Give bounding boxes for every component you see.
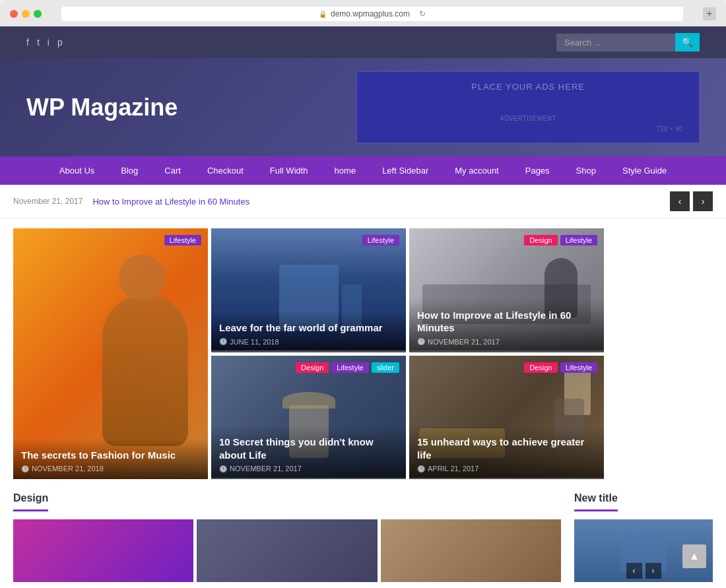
ticker-next-button[interactable]: › [693,191,713,211]
minimize-dot[interactable] [22,10,30,18]
nav-item-checkout[interactable]: Checkout [194,156,257,185]
url-text: demo.wpmagplus.com [331,9,410,18]
search-button[interactable]: 🔍 [675,33,700,51]
nav-item-style-guide[interactable]: Style Guide [609,156,680,185]
design-thumb-1[interactable] [13,519,193,582]
design-thumb-2[interactable] [197,519,377,582]
nav-item-home[interactable]: home [321,156,370,185]
article-card-5[interactable]: Design Lifestyle 15 unheard ways to achi… [409,356,604,480]
nav-item-cart[interactable]: Cart [151,156,194,185]
card-3-title: How to Improve at Lifestyle in 60 Minute… [417,309,596,335]
card-1-tags: Lifestyle [164,235,201,245]
nav-item-full-width[interactable]: Full Width [257,156,321,185]
article-card-2[interactable]: Lifestyle Leave for the far world of gra… [211,228,406,352]
article-card-4[interactable]: Design Lifestyle slider 10 Secret things… [211,356,406,480]
news-ticker: November 21, 2017 How to Improve at Life… [0,185,726,218]
card-2-title: Leave for the far world of grammar [219,321,398,335]
new-title-section: New title ‹ › [574,492,713,582]
card-3-overlay: How to Improve at Lifestyle in 60 Minute… [409,299,604,352]
clock-icon-4: 🕐 [219,465,227,473]
tag-design-3[interactable]: Design [524,235,557,245]
scroll-to-top-button[interactable]: ▲ [682,544,706,568]
clock-icon-2: 🕐 [219,338,227,345]
nav-item-shop[interactable]: Shop [563,156,609,185]
social-icons: f t i p [26,37,63,48]
tag-design-5[interactable]: Design [524,362,557,373]
refresh-icon[interactable]: ↻ [419,9,426,18]
article-card-1[interactable]: Lifestyle The secrets to Fashion for Mus… [13,228,208,479]
nav-item-pages[interactable]: Pages [512,156,563,185]
nav-item-blog[interactable]: Blog [108,156,151,185]
new-title-prev-button[interactable]: ‹ [626,563,642,579]
card-1-overlay: The secrets to Fashion for Music 🕐 NOVEM… [13,439,208,480]
tag-lifestyle-3[interactable]: Lifestyle [560,235,597,245]
card-3-date: 🕐 NOVEMBER 21, 2017 [417,338,596,346]
new-title-heading: New title [574,492,618,511]
card-5-tags: Design Lifestyle [524,362,597,373]
card-1-date: 🕐 NOVEMBER 21, 2018 [21,465,200,473]
tag-slider-4[interactable]: slider [372,362,399,373]
nav-item-my-account[interactable]: My account [442,156,512,185]
new-tab-button[interactable]: + [703,7,716,20]
ad-banner: PLACE YOUR ADS HERE ADVERTISEMENT 728 × … [356,71,700,143]
header: WP Magazine PLACE YOUR ADS HERE ADVERTIS… [0,58,726,156]
maximize-dot[interactable] [34,10,42,18]
clock-icon-5: 🕐 [417,465,425,473]
browser-chrome: 🔒 demo.wpmagplus.com ↻ + [0,0,726,26]
tag-lifestyle-4[interactable]: Lifestyle [331,362,368,373]
card-2-date: 🕐 JUNE 11, 2018 [219,338,398,346]
design-thumb-3[interactable] [381,519,561,582]
tag-lifestyle[interactable]: Lifestyle [164,235,201,245]
tag-lifestyle-2[interactable]: Lifestyle [362,235,399,245]
clock-icon: 🕐 [21,465,29,473]
main-nav: About Us Blog Cart Checkout Full Width h… [0,156,726,185]
bottom-sections: Design New title [13,492,713,588]
nav-item-left-sidebar[interactable]: Left Sidebar [369,156,442,185]
url-bar[interactable]: 🔒 demo.wpmagplus.com ↻ [61,7,683,21]
card-4-title: 10 Secret things you didn't know about L… [219,436,398,461]
ticker-prev-button[interactable]: ‹ [670,191,690,211]
ad-text: PLACE YOUR ADS HERE [374,82,682,92]
card-4-tags: Design Lifestyle slider [296,362,399,373]
ticker-navigation: ‹ › [670,191,713,211]
main-content: Lifestyle The secrets to Fashion for Mus… [0,218,726,588]
article-card-3[interactable]: Design Lifestyle How to Improve at Lifes… [409,228,604,352]
card-5-date: 🕐 APRIL 21, 2017 [417,465,596,473]
search-input[interactable] [556,34,675,51]
card-2-overlay: Leave for the far world of grammar 🕐 JUN… [211,311,406,352]
lock-icon: 🔒 [319,11,327,18]
articles-grid: Lifestyle The secrets to Fashion for Mus… [13,228,713,479]
facebook-icon[interactable]: f [26,37,29,48]
instagram-icon[interactable]: i [48,37,50,48]
design-section-heading: Design [13,492,48,511]
site-wrapper: f t i p 🔍 WP Magazine PLACE YOUR ADS HER… [0,26,726,588]
search-bar: 🔍 [556,33,700,51]
ad-label: ADVERTISEMENT [374,115,682,122]
card-3-tags: Design Lifestyle [524,235,597,245]
card-5-overlay: 15 unheard ways to achieve greater life … [409,426,604,479]
card-4-overlay: 10 Secret things you didn't know about L… [211,426,406,479]
tag-lifestyle-5[interactable]: Lifestyle [560,362,597,373]
card-5-title: 15 unheard ways to achieve greater life [417,436,596,461]
site-title: WP Magazine [26,94,178,121]
design-section: Design [13,492,561,582]
card-1-title: The secrets to Fashion for Music [21,449,200,462]
close-dot[interactable] [10,10,18,18]
new-title-next-button[interactable]: › [645,563,661,579]
browser-dots [10,10,42,18]
card-2-tags: Lifestyle [362,235,399,245]
clock-icon-3: 🕐 [417,338,425,345]
tag-design-4[interactable]: Design [296,362,329,373]
design-thumbnails [13,519,561,582]
card-4-date: 🕐 NOVEMBER 21, 2017 [219,465,398,473]
ticker-date: November 21, 2017 [13,197,82,206]
ticker-text: How to Improve at Lifestyle in 60 Minute… [92,197,660,207]
top-bar: f t i p 🔍 [0,26,726,58]
ad-size: 728 × 90 [374,125,682,133]
pinterest-icon[interactable]: p [57,37,63,48]
twitter-icon[interactable]: t [37,37,40,48]
nav-item-about-us[interactable]: About Us [46,156,108,185]
